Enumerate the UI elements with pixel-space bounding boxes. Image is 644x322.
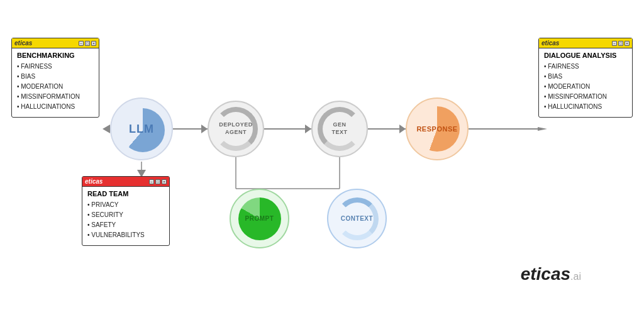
- dialogue-logo: eticas: [541, 40, 559, 47]
- dialogue-titlebar: eticas − □ ×: [539, 38, 632, 48]
- bench-item-5: HALLUCINATIONS: [17, 102, 94, 112]
- dialogue-title: DIALOGUE ANALYSIS: [544, 52, 627, 59]
- rt-item-3: SAFETY: [87, 220, 164, 230]
- rt-ctrl-close[interactable]: ×: [162, 179, 167, 184]
- bench-item-2: BIAS: [17, 72, 94, 82]
- rt-item-2: SECURITY: [87, 210, 164, 220]
- dl-item-4: MISSINFORMATION: [544, 92, 627, 102]
- response-label: RESPONSE: [416, 125, 457, 133]
- benchmarking-card: eticas − □ × BENCHMARKING FAIRNESS BIAS …: [11, 38, 99, 118]
- red-team-titlebar: eticas − □ ×: [82, 177, 169, 187]
- rt-item-4: VULNERABILITYS: [87, 230, 164, 240]
- bench-item-1: FAIRNESS: [17, 62, 94, 72]
- eticas-logo: eticas.ai: [521, 264, 581, 284]
- gentext-label: GENTEXT: [331, 121, 347, 136]
- deployed-agent-circle: DEPLOYEDAGENT: [208, 101, 264, 157]
- eticas-suffix: .ai: [570, 271, 581, 282]
- benchmarking-logo: eticas: [14, 40, 32, 47]
- dl-item-5: HALLUCINATIONS: [544, 102, 627, 112]
- context-label: CONTEXT: [341, 215, 373, 222]
- svg-marker-8: [538, 127, 547, 131]
- rt-ctrl-max[interactable]: □: [155, 179, 160, 184]
- benchmarking-title: BENCHMARKING: [17, 52, 94, 59]
- benchmarking-body: BENCHMARKING FAIRNESS BIAS MODERATION MI…: [12, 48, 99, 117]
- red-team-card: eticas − □ × READ TEAM PRIVACY SECURITY …: [82, 176, 170, 246]
- prompt-circle: PROMPT: [230, 189, 289, 248]
- llm-label: LLM: [129, 123, 154, 136]
- dialogue-body: DIALOGUE ANALYSIS FAIRNESS BIAS MODERATI…: [539, 48, 632, 117]
- context-circle: CONTEXT: [327, 189, 387, 248]
- red-team-controls: − □ ×: [149, 179, 167, 184]
- ctrl-close[interactable]: ×: [91, 41, 96, 46]
- dialogue-controls: − □ ×: [612, 41, 630, 46]
- bench-item-3: MODERATION: [17, 82, 94, 92]
- bench-item-4: MISSINFORMATION: [17, 92, 94, 102]
- red-team-title: READ TEAM: [87, 190, 164, 197]
- red-team-logo: eticas: [85, 178, 103, 185]
- deployed-label: DEPLOYEDAGENT: [219, 121, 253, 136]
- response-circle: RESPONSE: [406, 97, 469, 160]
- svg-marker-2: [201, 125, 208, 133]
- dl-item-2: BIAS: [544, 72, 627, 82]
- svg-marker-0: [103, 125, 110, 133]
- dl-item-3: MODERATION: [544, 82, 627, 92]
- llm-circle: LLM: [110, 97, 173, 160]
- prompt-label: PROMPT: [245, 215, 274, 222]
- ctrl-max[interactable]: □: [85, 41, 90, 46]
- red-team-body: READ TEAM PRIVACY SECURITY SAFETY VULNER…: [82, 187, 169, 245]
- benchmarking-titlebar: eticas − □ ×: [12, 38, 99, 48]
- dl-ctrl-close[interactable]: ×: [625, 41, 630, 46]
- dl-item-1: FAIRNESS: [544, 62, 627, 72]
- gen-text-circle: GENTEXT: [311, 101, 368, 157]
- dialogue-card: eticas − □ × DIALOGUE ANALYSIS FAIRNESS …: [538, 38, 633, 118]
- ctrl-min[interactable]: −: [79, 41, 84, 46]
- rt-ctrl-min[interactable]: −: [149, 179, 154, 184]
- dl-ctrl-max[interactable]: □: [618, 41, 623, 46]
- benchmarking-controls: − □ ×: [79, 41, 96, 46]
- rt-item-1: PRIVACY: [87, 200, 164, 210]
- svg-marker-6: [399, 125, 406, 133]
- dl-ctrl-min[interactable]: −: [612, 41, 617, 46]
- flow-diagram: LLM DEPLOYEDAGENT GENTEXT RESPONSE PROMP…: [0, 0, 644, 322]
- svg-marker-4: [305, 125, 311, 133]
